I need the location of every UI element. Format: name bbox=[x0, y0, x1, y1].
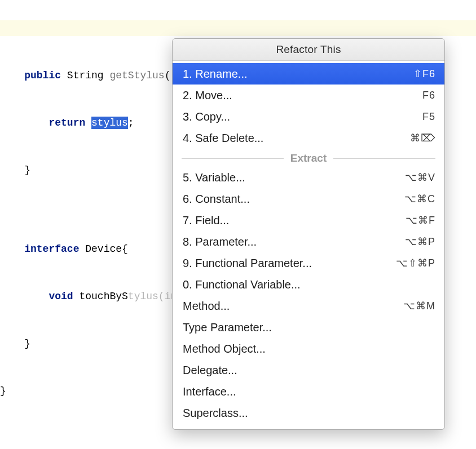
menu-item-shortcut: F6 bbox=[422, 87, 435, 104]
menu-item[interactable]: 5. Variable...⌥⌘V bbox=[173, 167, 444, 188]
menu-item[interactable]: 1. Rename...⇧F6 bbox=[173, 63, 444, 85]
keyword: public bbox=[24, 70, 61, 81]
menu-item[interactable]: Delegate... bbox=[173, 359, 444, 381]
menu-item-label: 1. Rename... bbox=[183, 65, 248, 82]
popup-title: Refactor This bbox=[173, 39, 444, 61]
menu-item[interactable]: Interface... bbox=[173, 381, 444, 402]
divider-line bbox=[333, 158, 435, 159]
menu-item[interactable]: Type Parameter... bbox=[173, 317, 444, 338]
menu-item-label: Method Object... bbox=[183, 340, 266, 357]
menu-item-label: 0. Functional Variable... bbox=[183, 276, 301, 293]
menu-item-shortcut: ⌥⌘V bbox=[405, 169, 435, 186]
menu-item[interactable]: 8. Parameter...⌥⌘P bbox=[173, 231, 444, 252]
keyword: interface bbox=[24, 243, 79, 255]
menu-item-label: 2. Move... bbox=[183, 87, 232, 104]
menu-item-label: Method... bbox=[183, 297, 230, 314]
menu-item-shortcut: ⌥⌘F bbox=[406, 212, 435, 229]
divider-line bbox=[182, 158, 284, 159]
menu-item-shortcut: ⌥⌘C bbox=[404, 190, 435, 207]
menu-item-label: 6. Constant... bbox=[183, 190, 250, 207]
menu-item-label: Superclass... bbox=[183, 404, 248, 421]
divider-label: Extract bbox=[284, 152, 333, 165]
selected-identifier[interactable]: stylus bbox=[91, 117, 128, 129]
menu-item[interactable]: 2. Move...F6 bbox=[173, 85, 444, 106]
menu-item-label: 9. Functional Parameter... bbox=[183, 255, 312, 272]
menu-item-shortcut: ⇧F6 bbox=[413, 65, 435, 82]
menu-item[interactable]: 0. Functional Variable... bbox=[173, 274, 444, 295]
menu-item-shortcut: ⌥⌘P bbox=[405, 233, 435, 250]
menu-item[interactable]: Method...⌥⌘M bbox=[173, 295, 444, 317]
menu-item-label: 8. Parameter... bbox=[183, 233, 257, 250]
menu-item-label: 5. Variable... bbox=[183, 169, 245, 186]
menu-item[interactable]: 6. Constant...⌥⌘C bbox=[173, 188, 444, 210]
menu-item-label: Delegate... bbox=[183, 362, 237, 379]
keyword: return bbox=[49, 117, 85, 128]
menu-item-label: 3. Copy... bbox=[183, 108, 230, 125]
menu-item-label: 7. Field... bbox=[183, 212, 229, 229]
refactor-popup: Refactor This 1. Rename...⇧F62. Move...F… bbox=[172, 38, 445, 430]
menu-item[interactable]: 4. Safe Delete...⌘⌦ bbox=[173, 127, 444, 149]
menu-item-label: Interface... bbox=[183, 383, 236, 400]
menu-item[interactable]: Superclass... bbox=[173, 402, 444, 424]
menu-item-label: Type Parameter... bbox=[183, 319, 272, 336]
keyword: void bbox=[49, 291, 73, 302]
method-name: getStylus bbox=[109, 70, 164, 81]
menu-item[interactable]: 7. Field...⌥⌘F bbox=[173, 210, 444, 231]
section-divider: Extract bbox=[173, 149, 444, 167]
popup-body: 1. Rename...⇧F62. Move...F63. Copy...F54… bbox=[173, 61, 444, 429]
menu-item-label: 4. Safe Delete... bbox=[183, 130, 263, 146]
current-line-highlight bbox=[0, 20, 476, 36]
menu-item-shortcut: F5 bbox=[422, 108, 435, 125]
menu-item[interactable]: 3. Copy...F5 bbox=[173, 106, 444, 127]
menu-item-shortcut: ⌘⌦ bbox=[410, 130, 435, 146]
menu-item-shortcut: ⌥⌘M bbox=[403, 297, 435, 314]
menu-item-shortcut: ⌥⇧⌘P bbox=[396, 255, 435, 272]
menu-item[interactable]: Method Object... bbox=[173, 338, 444, 359]
menu-item[interactable]: 9. Functional Parameter...⌥⇧⌘P bbox=[173, 252, 444, 274]
